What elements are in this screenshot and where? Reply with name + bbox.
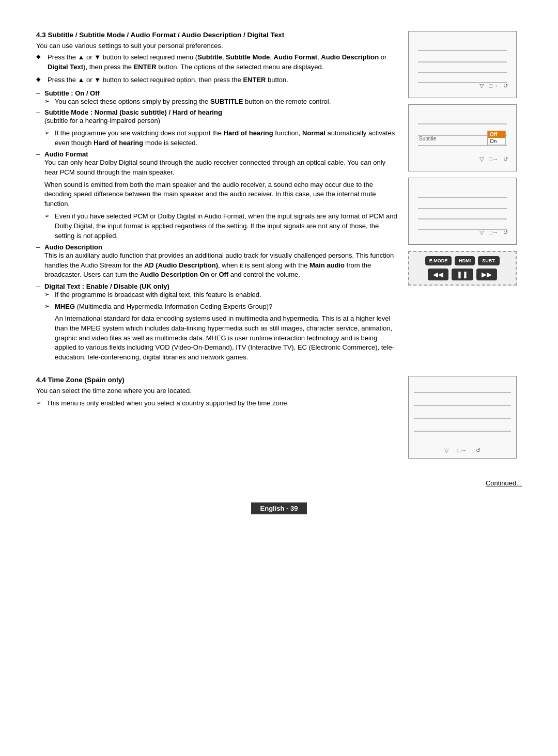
icon-return-2: ↺ — [503, 156, 508, 163]
section-4-4-title: 4.4 Time Zone (Spain only) — [36, 376, 398, 384]
option-off: Off — [488, 131, 505, 138]
tz-icon-enter: □→ — [458, 447, 467, 454]
page-number-badge: English - 39 — [251, 502, 307, 514]
digital-text-mheg-body: An International standard for data encod… — [44, 314, 398, 363]
subtitle-menu-options: Off On — [487, 131, 506, 145]
main-bullet-list: Press the ▲ or ▼ button to select requir… — [36, 53, 398, 85]
bullet-item-1: Press the ▲ or ▼ button to select requir… — [36, 53, 398, 72]
digital-text-label: Digital Text : Enable / Disable (UK only… — [44, 282, 169, 290]
audio-format-arrow: Even if you have selected PCM or Dolby D… — [44, 212, 398, 241]
page-footer: Continued... English - 39 — [36, 479, 522, 514]
left-column: 4.3 Subtitle / Subtitle Mode / Audio For… — [36, 31, 398, 365]
section-4-4: 4.4 Time Zone (Spain only) You can selec… — [36, 376, 522, 459]
tv3-line-3 — [418, 218, 507, 219]
menu-line-2 — [418, 61, 507, 62]
tz-line-2 — [414, 405, 511, 406]
tv2-line-1 — [418, 123, 507, 124]
tv3-line-2 — [418, 208, 507, 209]
section-4-4-intro: You can select the time zone where you a… — [36, 387, 398, 395]
tv-screen-2: Subtitle Off On ▽ □→ ↺ — [408, 104, 517, 171]
tv-screen-timezone: ▽ □→ ↺ — [408, 376, 517, 459]
tv-tz-inner: ▽ □→ ↺ — [409, 376, 516, 458]
hdmi-button[interactable]: HDMI — [455, 256, 475, 265]
tv-screen-1-icons: ▽ □→ ↺ — [479, 83, 508, 89]
icon-down-2: ▽ — [479, 156, 484, 163]
audio-format-label: Audio Format — [44, 150, 88, 158]
audio-format-section: Audio Format You can only hear Dolby Dig… — [36, 150, 398, 241]
digital-text-section: Digital Text : Enable / Disable (UK only… — [36, 282, 398, 363]
tz-line-4 — [414, 431, 511, 432]
digital-text-arrow1: If the programme is broadcast with digit… — [44, 290, 398, 300]
tv-screen-3-inner: ▽ □→ ↺ — [413, 182, 512, 240]
section-4-4-row: 4.4 Time Zone (Spain only) You can selec… — [36, 376, 522, 459]
page-wrapper: 4.3 Subtitle / Subtitle Mode / Audio For… — [36, 31, 522, 514]
pause-button[interactable]: ❚❚ — [452, 269, 473, 280]
right-screens-col: ▽ □→ ↺ Subtitle Off On — [408, 31, 522, 365]
icon-enter-3: □→ — [489, 229, 498, 236]
subtitle-label: Subtitle : On / Off — [44, 89, 100, 97]
menu-line-1 — [418, 50, 507, 51]
audio-description-label: Audio Description — [44, 243, 102, 251]
remote-row-bottom: ◀◀ ❚❚ ▶▶ — [428, 269, 497, 280]
tv-tz-icons: ▽ □→ ↺ — [444, 447, 481, 454]
icon-down-1: ▽ — [479, 83, 484, 89]
section-4-3-title: 4.3 Subtitle / Subtitle Mode / Audio For… — [36, 31, 398, 39]
tz-icon-return: ↺ — [476, 447, 481, 454]
subtitle-mode-arrow: If the programme you are watching does n… — [44, 129, 398, 148]
icon-return-1: ↺ — [503, 83, 508, 89]
menu-line-3 — [418, 72, 507, 73]
tz-line-3 — [414, 418, 511, 419]
continued-text: Continued... — [486, 479, 522, 487]
audio-format-body1: You can only hear Dolby Digital sound th… — [44, 158, 398, 178]
section-4-4-right: ▽ □→ ↺ — [408, 376, 522, 459]
subtitle-mode-section: Subtitle Mode : Normal (basic subtitle) … — [36, 108, 398, 148]
bullet-item-2: Press the ▲ or ▼ button to select requir… — [36, 75, 398, 85]
tv-screen-2-inner: Subtitle Off On ▽ □→ ↺ — [413, 109, 512, 167]
tv-screen-3: ▽ □→ ↺ — [408, 178, 517, 245]
tz-icon-down: ▽ — [444, 447, 448, 454]
subtitle-menu-label: Subtitle — [419, 136, 436, 141]
subtitle-section: Subtitle : On / Off You can select these… — [36, 89, 398, 107]
subtitle-arrow: You can select these options simply by p… — [44, 97, 398, 107]
icon-enter-2: □→ — [489, 156, 498, 163]
rewind-button[interactable]: ◀◀ — [428, 269, 448, 280]
tz-line-1 — [414, 392, 511, 393]
remote-panel: E.MODE HDMI SUBT. ◀◀ ❚❚ ▶▶ — [408, 251, 517, 286]
icon-enter-1: □→ — [489, 83, 498, 89]
remote-row-top: E.MODE HDMI SUBT. — [425, 256, 500, 265]
emode-button[interactable]: E.MODE — [425, 256, 452, 265]
tv2-line-3 — [418, 145, 507, 146]
section-4-4-left: 4.4 Time Zone (Spain only) You can selec… — [36, 376, 398, 459]
section-4-3-row: 4.3 Subtitle / Subtitle Mode / Audio For… — [36, 31, 522, 365]
tv-screen-3-icons: ▽ □→ ↺ — [479, 229, 508, 236]
subt-button[interactable]: SUBT. — [478, 256, 500, 265]
section-4-3-intro: You can use various settings to suit you… — [36, 42, 398, 50]
audio-description-section: Audio Description This is an auxiliary a… — [36, 243, 398, 280]
icon-return-3: ↺ — [503, 229, 508, 236]
tv-screen-1-inner: ▽ □→ ↺ — [413, 36, 512, 93]
tv-screen-1: ▽ □→ ↺ — [408, 31, 517, 98]
section-4-4-arrow: This menu is only enabled when you selec… — [36, 399, 398, 408]
icon-down-3: ▽ — [479, 229, 484, 236]
digital-text-arrow2: MHEG (Multimedia and Hypermedia Informat… — [44, 302, 398, 312]
audio-format-body2: When sound is emitted from both the main… — [44, 180, 398, 210]
option-on: On — [488, 138, 505, 145]
audio-description-body: This is an auxiliary audio function that… — [44, 251, 398, 280]
ffwd-button[interactable]: ▶▶ — [476, 269, 497, 280]
subtitle-mode-desc: (subtitle for a hearing-impaired person) — [44, 116, 398, 126]
subtitle-mode-label: Subtitle Mode : Normal (basic subtitle) … — [44, 108, 222, 116]
tv3-line-1 — [418, 197, 507, 198]
tv-screen-2-icons: ▽ □→ ↺ — [479, 156, 508, 163]
